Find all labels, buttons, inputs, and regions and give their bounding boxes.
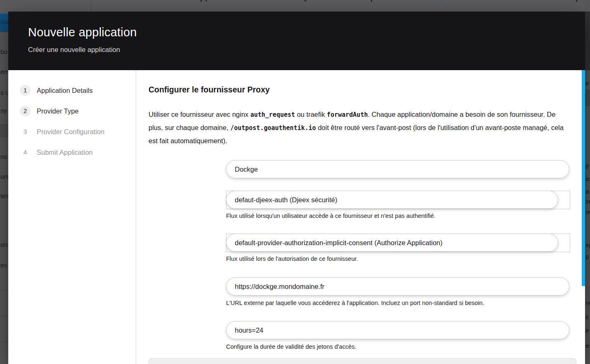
wizard-step-provider-type[interactable]: 2 Provider Type: [20, 101, 136, 121]
background-text-fragment: [576, 0, 577, 2]
background-selected-nav-item: isa: [0, 14, 8, 31]
step-number: 3: [20, 126, 31, 137]
background-text-fragment: ng: [585, 299, 590, 307]
authorization-flow-select[interactable]: [226, 234, 570, 252]
wizard-step-application-details[interactable]: 1 Application Details: [20, 80, 136, 101]
background-text-fragment: isa: [0, 18, 8, 26]
form-group-authorization-flow: Flux utilisé lors de l'autorisation de c…: [226, 234, 570, 262]
background-text-fragment: a: [585, 188, 589, 195]
form-group-token-validity: Configure la durée de validité des jeton…: [226, 321, 570, 350]
authentication-flow-help: Flux utilisé lorsqu'un utilisateur accèd…: [226, 213, 570, 220]
authorization-flow-help: Flux utilisé lors de l'autorisation de c…: [226, 255, 570, 262]
background-overlay-top: [0, 0, 590, 12]
background-row: [585, 90, 590, 106]
background-text-fragment: es: [585, 342, 590, 350]
step-label: Application Details: [37, 87, 93, 95]
background-text-fragment: sy: [0, 107, 7, 114]
background-text-fragment: [440, 0, 442, 2]
background-text-fragment: ep: [585, 241, 590, 249]
background-overlay-left: isa boems Usynsurstesones: [0, 12, 8, 364]
code-outpost-path: /outpost.goauthentik.io: [230, 124, 316, 132]
next-form-section-edge: [149, 358, 576, 364]
background-text-fragment: es: [0, 262, 7, 269]
modal-subtitle: Créer une nouvelle application: [28, 46, 573, 54]
background-text-fragment: bo: [0, 48, 7, 56]
step-label: Provider Configuration: [37, 128, 104, 136]
background-text-fragment: [205, 0, 207, 1]
background-text-fragment: em: [0, 68, 8, 76]
background-divider: [0, 290, 8, 290]
modal-body: 1 Application Details 2 Provider Type 3 …: [8, 70, 585, 364]
code-auth-request: auth_request: [250, 111, 295, 118]
step-label: Provider Type: [37, 107, 79, 115]
background-text-fragment: ns: [0, 153, 7, 161]
form-group-name: [226, 160, 570, 178]
background-text-fragment: ic: [585, 175, 590, 183]
step-number: 1: [20, 85, 31, 96]
token-validity-input[interactable]: [226, 321, 569, 339]
wizard-step-submit-application[interactable]: 4 Submit Application: [20, 142, 136, 163]
provider-name-input[interactable]: [226, 160, 569, 178]
wizard-steps-nav: 1 Application Details 2 Provider Type 3 …: [8, 70, 136, 364]
background-overlay-right: e rlficaseoveppngs le yes: [585, 0, 590, 364]
form-group-authentication-flow: Flux utilisé lorsqu'un utilisateur accèd…: [226, 191, 570, 220]
background-text-fragment: lf: [585, 163, 589, 170]
background-row: [0, 124, 8, 137]
background-text-fragment: urs: [0, 173, 8, 180]
modal-title: Nouvelle application: [28, 26, 573, 39]
modal-scrollbar-thumb[interactable]: [582, 70, 585, 286]
background-divider: [0, 31, 8, 32]
background-divider: [0, 342, 8, 342]
wizard-step-provider-configuration[interactable]: 3 Provider Configuration: [20, 121, 136, 142]
background-divider: [91, 0, 91, 12]
background-text-fragment: s l: [585, 313, 590, 321]
authentication-flow-select[interactable]: [226, 191, 570, 209]
token-validity-help: Configure la durée de validité des jeton…: [226, 343, 570, 350]
background-text-fragment: s U: [0, 89, 8, 97]
background-text-fragment: [201, 0, 202, 2]
background-text-fragment: tes: [0, 192, 8, 200]
provider-intro-text: Utiliser ce fournisseur avec nginx auth_…: [149, 108, 570, 147]
provider-config-form: Flux utilisé lorsqu'un utilisateur accèd…: [226, 160, 570, 350]
background-divider: [0, 316, 8, 316]
page-title: Configurer le fournisseur Proxy: [149, 85, 580, 95]
step-number: 2: [20, 106, 31, 116]
code-forward-auth: forwardAuth: [327, 111, 368, 118]
background-shadow-zone: [585, 12, 590, 70]
background-text-fragment: p: [585, 253, 589, 260]
external-host-input[interactable]: [226, 277, 569, 295]
background-text-fragment: [371, 0, 372, 2]
background-text-fragment: se: [585, 198, 590, 205]
step-number: 4: [20, 147, 31, 158]
background-text-fragment: e y: [585, 327, 590, 334]
authentication-flow-value[interactable]: [226, 191, 558, 209]
form-group-external-host: L'URL externe par laquelle vous accédere…: [226, 277, 570, 307]
background-text-fragment: ov: [585, 208, 590, 216]
new-application-wizard-modal: Nouvelle application Créer une nouvelle …: [8, 12, 585, 364]
background-text-fragment: e r: [585, 80, 590, 87]
background-text-fragment: [304, 0, 306, 1]
authorization-flow-value[interactable]: [226, 234, 558, 252]
external-host-help: L'URL externe par laquelle vous accédere…: [226, 300, 570, 307]
wizard-step-content: Configurer le fournisseur Proxy Utiliser…: [149, 70, 580, 364]
step-label: Submit Application: [37, 149, 93, 156]
modal-header: Nouvelle application Créer une nouvelle …: [8, 12, 585, 70]
background-text-fragment: on: [0, 241, 7, 248]
